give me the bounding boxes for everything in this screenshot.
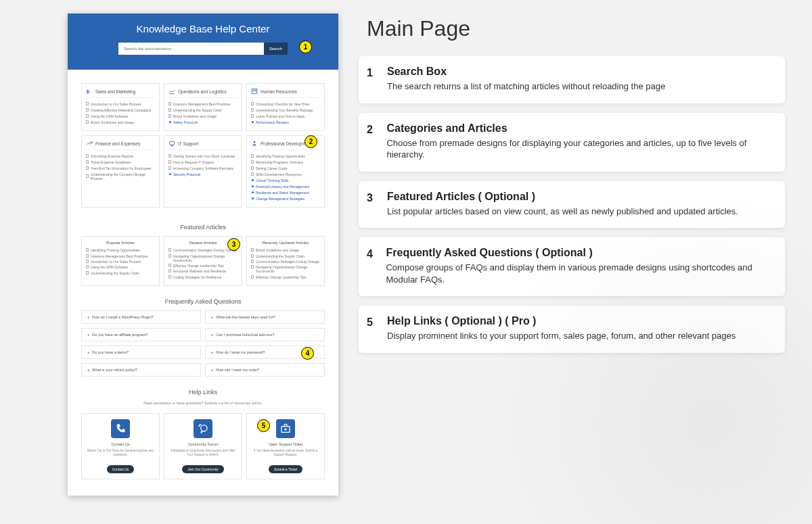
featured-title: Featured Articles	[81, 224, 325, 231]
expand-icon: +	[211, 368, 213, 372]
subcategory-link[interactable]: Security Protocols	[168, 171, 238, 177]
help-icon	[276, 419, 295, 438]
page-title: Main Page	[367, 16, 785, 41]
subcategory-link[interactable]: Financial Literacy and Management	[251, 183, 320, 189]
doc-icon	[251, 160, 254, 164]
article-link[interactable]: Emotional Wellness and Resilience	[168, 268, 238, 274]
article-link[interactable]: Understanding the Supply Chain	[168, 107, 238, 113]
doc-icon	[168, 108, 171, 112]
search-input[interactable]	[118, 43, 264, 55]
category-card[interactable]: IT SupportGetting Started with Your Work…	[164, 135, 242, 208]
expand-icon: +	[87, 333, 89, 337]
faq-item[interactable]: +Can I purchase individual add-ons?	[205, 328, 325, 341]
article-link[interactable]: Communication Strategies During Change	[251, 259, 320, 264]
subcategory-link[interactable]: Resilience and Stress Management	[251, 189, 320, 195]
faq-item[interactable]: +What are the license keys used for?	[205, 310, 325, 324]
article-link[interactable]: Brand Guidelines and Usage	[251, 247, 320, 253]
search-button[interactable]: Search	[264, 43, 288, 55]
article-link[interactable]: Setting Career Goals	[251, 165, 320, 171]
description-card: 5Help Links ( Optional ) ( Pro )Display …	[359, 306, 785, 353]
dot-icon	[169, 173, 171, 175]
category-card[interactable]: Human ResourcesOnboarding Checklist for …	[246, 83, 325, 131]
article-link[interactable]: Navigating Organizational Change Success…	[251, 264, 320, 274]
article-link[interactable]: Coping Strategies for Resilience	[168, 275, 238, 280]
help-card-button[interactable]: Join Our Community	[182, 465, 224, 473]
help-card-button[interactable]: Submit a Ticket	[269, 465, 302, 473]
doc-icon	[251, 166, 254, 170]
subcategory-link[interactable]: Performance Reviews	[251, 119, 320, 125]
article-link[interactable]: Identifying Training Opportunities	[86, 247, 155, 253]
category-card[interactable]: Finance and ExpensesSubmitting Expense R…	[81, 135, 160, 208]
article-link[interactable]: Using the CRM Software	[86, 113, 155, 119]
faq-item[interactable]: +How can I track my order?	[205, 363, 325, 377]
description-card: 1Search BoxThe search returns a list of …	[359, 56, 785, 103]
hero: Knowledge Base Help Center Search	[68, 14, 338, 70]
doc-icon	[168, 275, 171, 279]
article-link[interactable]: Creating Effective Marketing Campaigns	[86, 107, 155, 113]
article-link[interactable]: Skills Development Resources	[251, 171, 320, 177]
subcategory-link[interactable]: Safety Protocols	[168, 119, 238, 125]
dot-icon	[252, 185, 254, 187]
faq-item[interactable]: +What is your refund policy?	[81, 363, 201, 377]
svg-text:$: $	[87, 89, 90, 95]
doc-icon	[168, 269, 171, 272]
featured-row: Popular ArticlesIdentifying Training Opp…	[81, 236, 325, 286]
article-link[interactable]: Identifying Training Opportunities	[251, 153, 320, 159]
faq-item[interactable]: +How do I install a WordPress Plugin?	[81, 310, 201, 324]
article-link[interactable]: Leave Policies and How to Apply	[251, 113, 320, 119]
article-link[interactable]: Effective Change Leadership Tips	[168, 263, 238, 268]
help-icon	[111, 419, 130, 438]
description-body: Display prominent links to your support …	[387, 330, 736, 342]
article-link[interactable]: Onboarding Checklist for New Hires	[251, 101, 320, 107]
article-link[interactable]: Understanding the Supply Chain	[251, 253, 320, 258]
callout-badge: 4	[301, 347, 314, 360]
article-link[interactable]: Effective Change Leadership Tips	[251, 275, 320, 280]
help-card-button[interactable]: Contact Us	[107, 465, 135, 473]
article-link[interactable]: Communication Strategies During Change	[168, 247, 238, 253]
article-link[interactable]: Using the CRM Software	[86, 264, 155, 270]
article-link[interactable]: How to Request IT Support	[168, 159, 238, 165]
faq-question: Can I purchase individual add-ons?	[216, 333, 274, 337]
article-link[interactable]: Travel Expense Guidelines	[86, 159, 155, 165]
article-link[interactable]: Year-End Tax Information for Employees	[86, 165, 155, 171]
doc-icon	[86, 154, 89, 158]
article-link[interactable]: Inventory Management Best Practices	[168, 101, 238, 107]
article-link[interactable]: Getting Started with Your Work Computer	[168, 153, 238, 159]
doc-icon	[86, 120, 89, 124]
category-card[interactable]: $Sales and MarketingIntroduction to Our …	[81, 83, 160, 131]
article-link[interactable]: Submitting Expense Reports	[86, 153, 155, 159]
article-link[interactable]: Mentorship Programs Overview	[251, 159, 320, 165]
article-link[interactable]: Accessing Company Software Remotely	[168, 165, 238, 171]
screenshot-preview: Knowledge Base Help Center Search $Sales…	[68, 14, 338, 496]
doc-icon	[251, 260, 254, 263]
expand-icon: +	[87, 368, 89, 372]
article-link[interactable]: Navigating Organizational Change Success…	[168, 253, 238, 262]
doc-icon	[168, 248, 171, 252]
article-link[interactable]: Understanding the Company Budget Process	[86, 171, 155, 181]
faq-item[interactable]: +Do you have a demo?	[81, 346, 201, 359]
category-icon	[251, 140, 258, 147]
category-card[interactable]: Operations and LogisticsInventory Manage…	[164, 83, 242, 131]
subcategory-link[interactable]: Critical Thinking Skills	[251, 177, 320, 183]
expand-icon: +	[87, 315, 89, 319]
article-link[interactable]: Understanding Your Benefits Package	[251, 107, 320, 113]
dot-icon	[252, 197, 254, 199]
article-link[interactable]: Brand Guidelines and Usage	[86, 119, 155, 125]
doc-icon	[251, 102, 254, 105]
article-link[interactable]: Understanding the Supply Chain	[86, 270, 155, 276]
featured-column: Recently Updated ArticlesBrand Guideline…	[246, 236, 325, 286]
article-link[interactable]: Inventory Management Best Practices	[86, 253, 155, 258]
article-link[interactable]: Brand Guidelines and Usage	[168, 113, 238, 119]
article-link[interactable]: Introduction to Our Sales Process	[86, 101, 155, 107]
callout-badge: 1	[299, 41, 312, 53]
faq-item[interactable]: +Do you have an affiliate program?	[81, 328, 201, 341]
expand-icon: +	[211, 333, 213, 337]
expand-icon: +	[211, 315, 213, 319]
faq-grid: +How do I install a WordPress Plugin?+Wh…	[81, 310, 325, 377]
descriptions-panel: Main Page 1Search BoxThe search returns …	[359, 14, 785, 496]
description-body: List popular articles based on view coun…	[387, 206, 738, 218]
featured-column-title: Recently Updated Articles	[251, 241, 320, 245]
article-link[interactable]: Introduction to Our Sales Process	[86, 259, 155, 264]
help-title: Help Links	[81, 389, 325, 396]
subcategory-link[interactable]: Change Management Strategies	[251, 195, 320, 201]
